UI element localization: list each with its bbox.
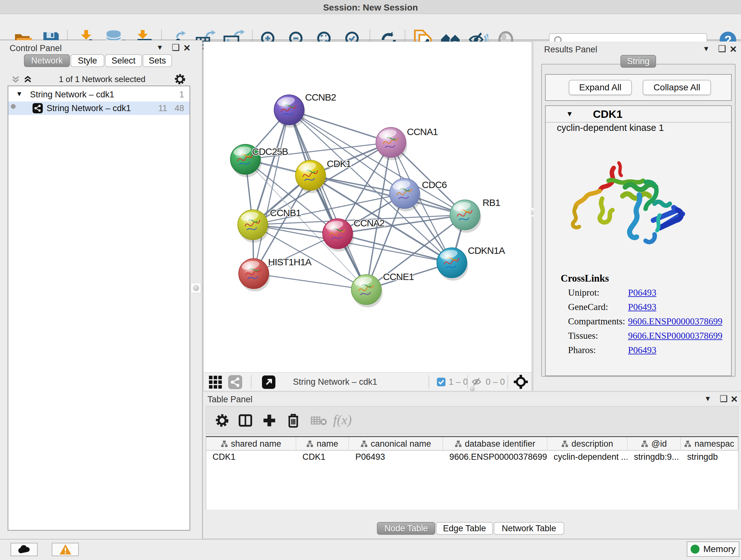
delete-column-trash-icon[interactable] [286, 413, 300, 428]
column-header-description[interactable]: description [547, 437, 628, 450]
collapse-all-button[interactable]: Collapse All [643, 80, 711, 95]
panel-menu-icon[interactable]: ▼ [704, 395, 711, 403]
network-node-cdk1[interactable]: CDK1 [295, 159, 351, 193]
column-header-label: description [571, 439, 613, 449]
node-label-cdc25b: CDC25B [252, 146, 288, 157]
column-header--id[interactable]: @id [627, 437, 681, 450]
column-header-name[interactable]: name [296, 437, 349, 450]
panel-float-icon[interactable]: ❑ [720, 393, 728, 404]
panel-close-icon[interactable]: ✕ [730, 44, 737, 55]
tab-network-table[interactable]: Network Table [494, 522, 564, 535]
protein-card-header[interactable]: ▼ CDK1 [546, 106, 731, 123]
left-splitter-handle[interactable] [191, 283, 201, 293]
tab-sets[interactable]: Sets [143, 54, 172, 67]
panel-menu-icon[interactable]: ▼ [703, 45, 710, 53]
panel-menu-icon[interactable]: ▼ [156, 44, 163, 52]
tab-string[interactable]: String [620, 55, 656, 68]
expand-all-icon[interactable] [23, 75, 32, 84]
panel-float-icon[interactable]: ❑ [718, 44, 726, 54]
node-label-ccna1: CCNA1 [407, 126, 438, 137]
panel-float-icon[interactable]: ❑ [172, 42, 180, 53]
expand-collapse-box: Expand All Collapse All [545, 74, 732, 101]
crosslink-link[interactable]: P06493 [628, 302, 657, 312]
fit-selected-crosshair-icon[interactable] [514, 375, 528, 389]
network-canvas[interactable]: CCNB2CCNA1CDC25BCDK1CDC6RB1CCNB1CCNA2CDK… [204, 42, 532, 372]
status-separator [508, 375, 508, 388]
table-cell[interactable]: CDK1 [206, 450, 296, 463]
cloud-button[interactable] [10, 543, 38, 556]
table-cell[interactable]: stringdb [681, 450, 738, 463]
status-separator [467, 375, 468, 388]
crosslink-label: Pharos: [568, 345, 596, 355]
network-title: String Network – cdk1 [293, 377, 377, 387]
network-node-cdc6[interactable]: CDC6 [390, 179, 447, 211]
node-label-hist1h1a: HIST1H1A [268, 257, 312, 267]
network-selection-bar: 1 of 1 Network selected [0, 73, 203, 85]
tree-expander-icon[interactable]: ▼ [16, 90, 23, 98]
show-columns-icon[interactable] [238, 414, 253, 428]
network-node-ccnb1[interactable]: CCNB1 [238, 207, 301, 243]
selected-checkbox-icon[interactable] [437, 378, 446, 386]
crosslink-link[interactable]: P06493 [628, 287, 657, 298]
column-header-namespac[interactable]: namespac [681, 437, 738, 450]
table-cell[interactable]: stringdb:9... [627, 450, 681, 463]
table-cell[interactable]: cyclin-dependent ... [547, 450, 628, 463]
network-node-cdkn1a[interactable]: CDKN1A [437, 245, 505, 281]
tab-network[interactable]: Network [24, 54, 70, 67]
table-cell[interactable]: 9606.ENSP00000378699 [443, 450, 547, 463]
table-data-row[interactable]: CDK1CDK1P064939606.ENSP00000378699cyclin… [206, 450, 738, 463]
crosslink-link[interactable]: P06493 [628, 345, 657, 355]
tab-edge-table[interactable]: Edge Table [436, 522, 493, 535]
birdseye-grid-icon[interactable] [208, 375, 222, 389]
expand-all-button[interactable]: Expand All [569, 80, 632, 95]
crosslink-row: Uniprot: P06493 [546, 287, 731, 300]
panel-close-icon[interactable]: ✕ [183, 43, 191, 53]
tab-node-table[interactable]: Node Table [377, 522, 435, 535]
table-cell[interactable]: P06493 [349, 450, 443, 463]
network-node-hist1h1a[interactable]: HIST1H1A [239, 257, 312, 292]
network-row-selected[interactable]: String Network – cdk1 11 48 [8, 102, 190, 115]
network-status-dot [11, 104, 16, 109]
memory-button[interactable]: Memory [687, 542, 739, 557]
protein-description: cyclin-dependent kinase 1 [557, 123, 664, 133]
node-label-ccne1: CCNE1 [383, 271, 414, 282]
network-node-ccna1[interactable]: CCNA1 [376, 126, 438, 160]
panel-close-icon[interactable]: ✕ [731, 394, 738, 405]
crosslink-link[interactable]: 9606.ENSP00000378699 [628, 330, 723, 341]
tab-style[interactable]: Style [71, 54, 105, 67]
table-settings-gear-icon[interactable] [215, 414, 229, 428]
crosslink-label: Tissues: [568, 330, 598, 341]
status-bar: Memory [0, 539, 741, 560]
node-label-cdkn1a: CDKN1A [468, 245, 505, 256]
network-view: CCNB2CCNA1CDC25BCDK1CDC6RB1CCNB1CCNA2CDK… [203, 42, 532, 391]
warning-icon [59, 544, 72, 555]
column-header-database-identifier[interactable]: database identifier [443, 437, 547, 450]
tab-select[interactable]: Select [105, 54, 142, 67]
crosslink-link[interactable]: 9606.ENSP00000378699 [628, 316, 723, 327]
node-label-ccnb1: CCNB1 [270, 207, 301, 218]
column-hierarchy-icon [455, 440, 462, 447]
node-label-cdk1: CDK1 [327, 159, 351, 169]
string-share-icon[interactable] [228, 375, 242, 389]
node-label-cdc6: CDC6 [422, 179, 447, 190]
network-selection-status: 1 of 1 Network selected [42, 74, 163, 84]
gear-icon[interactable] [174, 73, 186, 85]
horizontal-splitter-handle[interactable] [469, 386, 475, 392]
string-results-container: Expand All Collapse All ▼ CDK1 cyclin-de… [541, 64, 736, 377]
network-edge-CCNB2-HIST1H1A[interactable] [254, 110, 289, 273]
column-header-canonical-name[interactable]: canonical name [349, 437, 443, 450]
column-header-shared-name[interactable]: shared name [206, 437, 296, 450]
open-in-window-icon[interactable] [262, 375, 275, 389]
table-toolbar: f(x) [206, 406, 738, 434]
crosslink-label: Uniprot: [568, 287, 599, 298]
collapse-all-icon[interactable] [11, 75, 20, 84]
warnings-button[interactable] [52, 543, 79, 556]
network-node-rb1[interactable]: RB1 [450, 197, 500, 233]
add-column-icon[interactable] [262, 414, 276, 428]
column-header-label: namespac [694, 439, 734, 449]
table-cell[interactable]: CDK1 [296, 450, 349, 463]
network-edge-HIST1H1A-CCNE1[interactable] [254, 273, 366, 290]
section-expander-icon[interactable]: ▼ [566, 110, 573, 118]
network-node-cdc25b[interactable]: CDC25B [230, 144, 288, 177]
network-collection-row[interactable]: ▼ String Network – cdk1 1 [8, 89, 190, 102]
